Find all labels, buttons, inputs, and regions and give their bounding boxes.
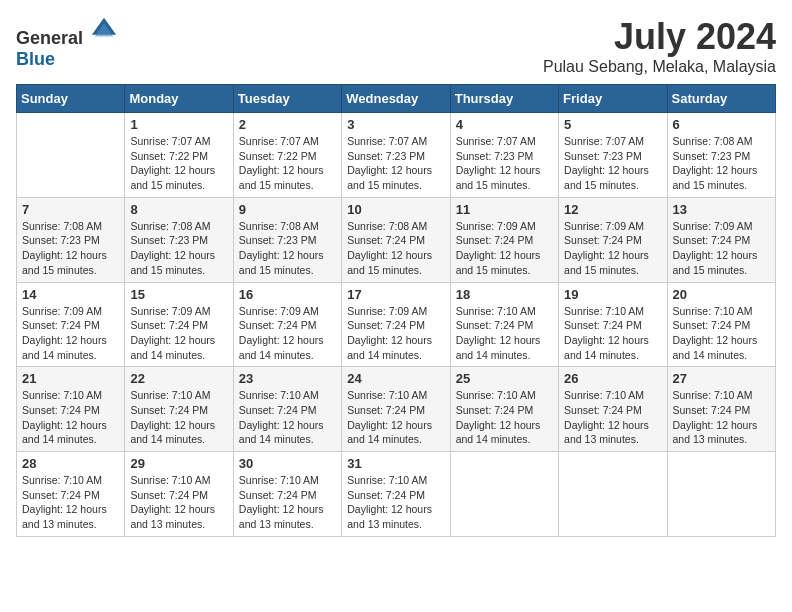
sunset-text: Sunset: 7:24 PM bbox=[239, 404, 317, 416]
calendar-week-row: 21 Sunrise: 7:10 AM Sunset: 7:24 PM Dayl… bbox=[17, 367, 776, 452]
calendar-day-cell: 17 Sunrise: 7:09 AM Sunset: 7:24 PM Dayl… bbox=[342, 282, 450, 367]
sunset-text: Sunset: 7:24 PM bbox=[22, 404, 100, 416]
sunrise-text: Sunrise: 7:10 AM bbox=[673, 389, 753, 401]
day-info: Sunrise: 7:10 AM Sunset: 7:24 PM Dayligh… bbox=[456, 388, 553, 447]
calendar-day-cell bbox=[667, 452, 775, 537]
daylight-text: Daylight: 12 hours and 13 minutes. bbox=[673, 419, 758, 446]
day-number: 5 bbox=[564, 117, 661, 132]
day-number: 16 bbox=[239, 287, 336, 302]
day-of-week-header: Saturday bbox=[667, 85, 775, 113]
day-number: 29 bbox=[130, 456, 227, 471]
month-year-title: July 2024 bbox=[543, 16, 776, 58]
sunrise-text: Sunrise: 7:10 AM bbox=[456, 305, 536, 317]
calendar-week-row: 28 Sunrise: 7:10 AM Sunset: 7:24 PM Dayl… bbox=[17, 452, 776, 537]
daylight-text: Daylight: 12 hours and 13 minutes. bbox=[22, 503, 107, 530]
daylight-text: Daylight: 12 hours and 15 minutes. bbox=[130, 249, 215, 276]
calendar-day-cell: 9 Sunrise: 7:08 AM Sunset: 7:23 PM Dayli… bbox=[233, 197, 341, 282]
calendar-day-cell: 10 Sunrise: 7:08 AM Sunset: 7:24 PM Dayl… bbox=[342, 197, 450, 282]
logo: General Blue bbox=[16, 16, 118, 70]
day-number: 7 bbox=[22, 202, 119, 217]
calendar-week-row: 7 Sunrise: 7:08 AM Sunset: 7:23 PM Dayli… bbox=[17, 197, 776, 282]
logo-blue: Blue bbox=[16, 49, 55, 69]
sunset-text: Sunset: 7:24 PM bbox=[239, 319, 317, 331]
day-info: Sunrise: 7:07 AM Sunset: 7:23 PM Dayligh… bbox=[347, 134, 444, 193]
logo-text: General Blue bbox=[16, 16, 118, 70]
day-number: 11 bbox=[456, 202, 553, 217]
day-number: 18 bbox=[456, 287, 553, 302]
day-info: Sunrise: 7:10 AM Sunset: 7:24 PM Dayligh… bbox=[239, 473, 336, 532]
sunrise-text: Sunrise: 7:10 AM bbox=[130, 389, 210, 401]
calendar-day-cell bbox=[450, 452, 558, 537]
calendar-day-cell: 16 Sunrise: 7:09 AM Sunset: 7:24 PM Dayl… bbox=[233, 282, 341, 367]
daylight-text: Daylight: 12 hours and 14 minutes. bbox=[347, 334, 432, 361]
day-info: Sunrise: 7:08 AM Sunset: 7:23 PM Dayligh… bbox=[673, 134, 770, 193]
calendar-day-cell: 28 Sunrise: 7:10 AM Sunset: 7:24 PM Dayl… bbox=[17, 452, 125, 537]
day-info: Sunrise: 7:07 AM Sunset: 7:22 PM Dayligh… bbox=[130, 134, 227, 193]
sunset-text: Sunset: 7:23 PM bbox=[456, 150, 534, 162]
sunrise-text: Sunrise: 7:08 AM bbox=[130, 220, 210, 232]
calendar-day-cell: 25 Sunrise: 7:10 AM Sunset: 7:24 PM Dayl… bbox=[450, 367, 558, 452]
sunset-text: Sunset: 7:24 PM bbox=[347, 404, 425, 416]
sunset-text: Sunset: 7:24 PM bbox=[456, 319, 534, 331]
day-number: 31 bbox=[347, 456, 444, 471]
calendar-day-cell: 30 Sunrise: 7:10 AM Sunset: 7:24 PM Dayl… bbox=[233, 452, 341, 537]
sunrise-text: Sunrise: 7:10 AM bbox=[239, 474, 319, 486]
day-of-week-header: Sunday bbox=[17, 85, 125, 113]
day-info: Sunrise: 7:10 AM Sunset: 7:24 PM Dayligh… bbox=[347, 473, 444, 532]
day-number: 9 bbox=[239, 202, 336, 217]
day-number: 14 bbox=[22, 287, 119, 302]
calendar-week-row: 14 Sunrise: 7:09 AM Sunset: 7:24 PM Dayl… bbox=[17, 282, 776, 367]
daylight-text: Daylight: 12 hours and 15 minutes. bbox=[673, 249, 758, 276]
sunset-text: Sunset: 7:24 PM bbox=[673, 319, 751, 331]
daylight-text: Daylight: 12 hours and 13 minutes. bbox=[239, 503, 324, 530]
day-number: 17 bbox=[347, 287, 444, 302]
calendar-day-cell: 19 Sunrise: 7:10 AM Sunset: 7:24 PM Dayl… bbox=[559, 282, 667, 367]
logo-general: General bbox=[16, 28, 83, 48]
day-number: 4 bbox=[456, 117, 553, 132]
sunset-text: Sunset: 7:23 PM bbox=[347, 150, 425, 162]
day-info: Sunrise: 7:07 AM Sunset: 7:22 PM Dayligh… bbox=[239, 134, 336, 193]
calendar-day-cell: 24 Sunrise: 7:10 AM Sunset: 7:24 PM Dayl… bbox=[342, 367, 450, 452]
calendar-day-cell: 7 Sunrise: 7:08 AM Sunset: 7:23 PM Dayli… bbox=[17, 197, 125, 282]
sunset-text: Sunset: 7:24 PM bbox=[347, 234, 425, 246]
sunset-text: Sunset: 7:24 PM bbox=[456, 234, 534, 246]
day-info: Sunrise: 7:07 AM Sunset: 7:23 PM Dayligh… bbox=[564, 134, 661, 193]
sunrise-text: Sunrise: 7:09 AM bbox=[239, 305, 319, 317]
sunrise-text: Sunrise: 7:09 AM bbox=[130, 305, 210, 317]
calendar-day-cell: 6 Sunrise: 7:08 AM Sunset: 7:23 PM Dayli… bbox=[667, 113, 775, 198]
sunrise-text: Sunrise: 7:10 AM bbox=[130, 474, 210, 486]
daylight-text: Daylight: 12 hours and 15 minutes. bbox=[564, 164, 649, 191]
sunset-text: Sunset: 7:24 PM bbox=[673, 404, 751, 416]
calendar-day-cell: 22 Sunrise: 7:10 AM Sunset: 7:24 PM Dayl… bbox=[125, 367, 233, 452]
day-number: 6 bbox=[673, 117, 770, 132]
sunset-text: Sunset: 7:22 PM bbox=[130, 150, 208, 162]
sunset-text: Sunset: 7:24 PM bbox=[347, 319, 425, 331]
sunrise-text: Sunrise: 7:07 AM bbox=[347, 135, 427, 147]
day-number: 28 bbox=[22, 456, 119, 471]
day-number: 20 bbox=[673, 287, 770, 302]
calendar-day-cell: 21 Sunrise: 7:10 AM Sunset: 7:24 PM Dayl… bbox=[17, 367, 125, 452]
daylight-text: Daylight: 12 hours and 14 minutes. bbox=[456, 419, 541, 446]
day-info: Sunrise: 7:09 AM Sunset: 7:24 PM Dayligh… bbox=[239, 304, 336, 363]
sunset-text: Sunset: 7:24 PM bbox=[22, 489, 100, 501]
day-number: 30 bbox=[239, 456, 336, 471]
day-info: Sunrise: 7:10 AM Sunset: 7:24 PM Dayligh… bbox=[22, 388, 119, 447]
daylight-text: Daylight: 12 hours and 15 minutes. bbox=[673, 164, 758, 191]
daylight-text: Daylight: 12 hours and 15 minutes. bbox=[456, 249, 541, 276]
day-of-week-header: Friday bbox=[559, 85, 667, 113]
day-info: Sunrise: 7:10 AM Sunset: 7:24 PM Dayligh… bbox=[130, 388, 227, 447]
day-number: 25 bbox=[456, 371, 553, 386]
sunset-text: Sunset: 7:24 PM bbox=[239, 489, 317, 501]
day-of-week-header: Monday bbox=[125, 85, 233, 113]
day-number: 2 bbox=[239, 117, 336, 132]
calendar-day-cell: 27 Sunrise: 7:10 AM Sunset: 7:24 PM Dayl… bbox=[667, 367, 775, 452]
day-info: Sunrise: 7:09 AM Sunset: 7:24 PM Dayligh… bbox=[130, 304, 227, 363]
day-info: Sunrise: 7:08 AM Sunset: 7:23 PM Dayligh… bbox=[239, 219, 336, 278]
daylight-text: Daylight: 12 hours and 14 minutes. bbox=[456, 334, 541, 361]
day-info: Sunrise: 7:08 AM Sunset: 7:24 PM Dayligh… bbox=[347, 219, 444, 278]
daylight-text: Daylight: 12 hours and 15 minutes. bbox=[347, 249, 432, 276]
day-info: Sunrise: 7:10 AM Sunset: 7:24 PM Dayligh… bbox=[239, 388, 336, 447]
sunrise-text: Sunrise: 7:09 AM bbox=[564, 220, 644, 232]
calendar-day-cell: 31 Sunrise: 7:10 AM Sunset: 7:24 PM Dayl… bbox=[342, 452, 450, 537]
calendar-day-cell: 13 Sunrise: 7:09 AM Sunset: 7:24 PM Dayl… bbox=[667, 197, 775, 282]
